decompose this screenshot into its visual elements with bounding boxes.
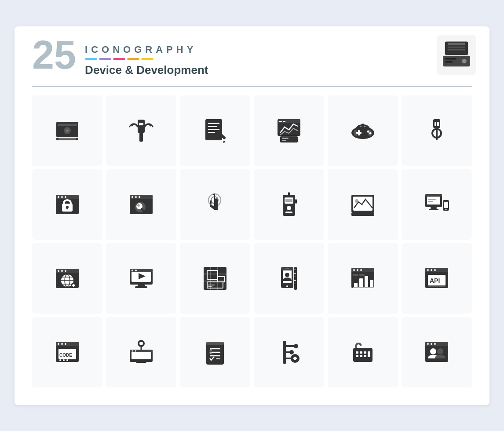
pack-number: 25 xyxy=(32,35,76,75)
svg-rect-77 xyxy=(431,207,437,209)
svg-rect-29 xyxy=(282,138,289,139)
svg-point-83 xyxy=(446,208,447,210)
svg-rect-14 xyxy=(138,120,145,133)
svg-point-152 xyxy=(65,343,66,345)
circuit-plus-icon-cell xyxy=(254,317,324,387)
svg-rect-119 xyxy=(285,268,289,269)
svg-rect-2 xyxy=(448,46,465,47)
svg-rect-187 xyxy=(294,357,296,360)
svg-point-155 xyxy=(59,359,61,361)
svg-point-157 xyxy=(66,359,68,361)
svg-rect-159 xyxy=(131,351,151,359)
svg-rect-21 xyxy=(208,132,215,133)
svg-rect-163 xyxy=(130,350,153,352)
svg-rect-65 xyxy=(285,199,292,202)
svg-rect-69 xyxy=(295,199,297,204)
svg-point-11 xyxy=(66,129,69,132)
svg-rect-67 xyxy=(285,212,292,213)
svg-point-55 xyxy=(135,196,137,198)
svg-point-72 xyxy=(355,199,358,203)
svg-point-38 xyxy=(361,124,365,127)
svg-rect-126 xyxy=(294,284,296,284)
icon-grid: API CODE xyxy=(32,95,472,387)
color-bars xyxy=(85,58,208,60)
svg-rect-191 xyxy=(364,351,366,354)
svg-rect-28 xyxy=(280,136,298,142)
svg-point-198 xyxy=(427,343,429,345)
gamepad-icon-cell xyxy=(328,95,398,166)
title-block: ICONOGRAPHY Device & Development xyxy=(85,40,208,77)
svg-rect-30 xyxy=(282,140,286,141)
svg-rect-138 xyxy=(353,274,358,276)
svg-rect-9 xyxy=(58,124,77,126)
svg-point-201 xyxy=(430,348,436,354)
color-bar-5 xyxy=(141,58,153,60)
svg-point-127 xyxy=(285,273,289,277)
svg-point-66 xyxy=(287,206,291,210)
browser-globe-icon-cell xyxy=(32,243,102,314)
svg-rect-80 xyxy=(428,201,433,202)
browser-chart-icon-cell xyxy=(328,243,398,314)
svg-rect-82 xyxy=(444,202,448,208)
svg-rect-123 xyxy=(294,273,296,274)
svg-point-132 xyxy=(360,269,362,271)
monitor-video-icon-cell xyxy=(106,243,176,314)
touch-icon-cell xyxy=(180,169,250,240)
color-bar-3 xyxy=(113,58,125,60)
svg-rect-84 xyxy=(444,201,448,202)
svg-rect-16 xyxy=(139,123,143,125)
svg-point-183 xyxy=(289,350,294,354)
browser-search-icon-cell xyxy=(106,169,176,240)
svg-rect-27 xyxy=(283,121,285,122)
svg-point-37 xyxy=(369,132,372,134)
image-frame-icon-cell xyxy=(328,169,398,240)
svg-rect-121 xyxy=(294,267,297,290)
svg-rect-102 xyxy=(135,286,147,288)
header: 25 ICONOGRAPHY Device & Development xyxy=(32,40,472,77)
walkie-talkie-icon-cell xyxy=(254,169,324,240)
header-divider xyxy=(32,86,472,87)
svg-rect-43 xyxy=(437,122,439,126)
svg-point-104 xyxy=(131,270,133,271)
svg-point-89 xyxy=(65,270,66,272)
corner-printer-icon xyxy=(437,35,476,75)
scroll-list-icon-cell xyxy=(180,317,250,387)
svg-rect-101 xyxy=(138,285,145,286)
svg-rect-139 xyxy=(359,274,365,276)
svg-point-36 xyxy=(367,130,369,132)
svg-point-156 xyxy=(63,359,65,361)
svg-point-130 xyxy=(353,269,355,271)
svg-point-202 xyxy=(437,348,443,354)
color-bar-2 xyxy=(99,58,111,60)
telephone-icon-cell xyxy=(328,317,398,387)
svg-point-54 xyxy=(131,196,133,198)
svg-rect-136 xyxy=(370,280,373,287)
svg-rect-134 xyxy=(359,278,363,287)
main-container: 25 ICONOGRAPHY Device & Development xyxy=(0,0,504,431)
svg-rect-51 xyxy=(66,207,68,209)
svg-point-142 xyxy=(427,269,429,271)
svg-point-7 xyxy=(462,58,467,63)
iconography-label: ICONOGRAPHY xyxy=(85,44,208,55)
svg-marker-23 xyxy=(223,140,226,143)
svg-rect-97 xyxy=(73,284,74,287)
svg-rect-20 xyxy=(208,129,219,130)
map-computer-icon-cell xyxy=(106,317,176,387)
svg-rect-177 xyxy=(216,358,220,359)
svg-point-199 xyxy=(431,343,432,345)
svg-rect-19 xyxy=(208,126,217,127)
responsive-icon-cell xyxy=(402,169,472,240)
svg-point-48 xyxy=(65,196,66,198)
svg-rect-42 xyxy=(435,122,436,126)
svg-rect-35 xyxy=(358,130,360,135)
svg-rect-166 xyxy=(139,359,144,361)
browser-lock-icon-cell xyxy=(32,169,102,240)
svg-rect-5 xyxy=(445,58,457,60)
svg-point-47 xyxy=(61,196,63,198)
browser-users-icon-cell xyxy=(402,317,472,387)
svg-rect-78 xyxy=(429,209,438,210)
svg-rect-190 xyxy=(360,351,362,354)
svg-rect-192 xyxy=(356,355,358,357)
svg-rect-79 xyxy=(428,199,436,200)
svg-rect-114 xyxy=(208,285,215,285)
